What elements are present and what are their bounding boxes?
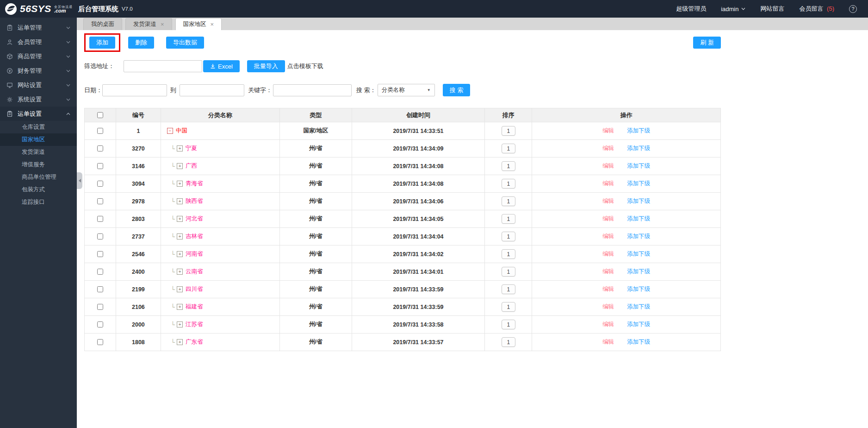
add-child-link[interactable]: 添加下级: [627, 303, 650, 311]
edit-link[interactable]: 编辑: [602, 250, 614, 258]
search-category-select[interactable]: 分类名称 ▼: [378, 84, 435, 96]
category-link[interactable]: 广东省: [186, 338, 203, 346]
sidebar-subitem-country-region[interactable]: 国家地区: [0, 133, 77, 146]
sort-badge[interactable]: 1: [502, 144, 515, 153]
tree-toggle-icon[interactable]: −: [167, 128, 173, 134]
row-checkbox[interactable]: [97, 233, 103, 239]
sidebar-item-member-management[interactable]: 会员管理: [0, 35, 77, 49]
tree-toggle-icon[interactable]: +: [177, 181, 183, 187]
edit-link[interactable]: 编辑: [602, 215, 614, 223]
category-link[interactable]: 河北省: [186, 215, 203, 223]
add-child-link[interactable]: 添加下级: [627, 233, 650, 240]
tree-toggle-icon[interactable]: +: [177, 339, 183, 345]
sidebar-item-waybill-settings[interactable]: 运单设置: [0, 107, 77, 121]
user-menu[interactable]: iadmin: [721, 6, 745, 13]
category-link[interactable]: 江苏省: [186, 321, 203, 328]
sidebar-item-product-management[interactable]: 商品管理: [0, 49, 77, 63]
close-icon[interactable]: ×: [211, 21, 214, 27]
tree-toggle-icon[interactable]: +: [177, 145, 183, 151]
delete-button[interactable]: 删除: [128, 37, 154, 49]
edit-link[interactable]: 编辑: [602, 268, 614, 276]
row-checkbox[interactable]: [97, 321, 103, 327]
tree-toggle-icon[interactable]: +: [177, 251, 183, 257]
export-data-button[interactable]: 导出数据: [166, 37, 204, 49]
tree-toggle-icon[interactable]: +: [177, 304, 183, 310]
template-download-link[interactable]: 点击模板下载: [287, 62, 323, 70]
category-link[interactable]: 吉林省: [186, 233, 203, 240]
date-to-input[interactable]: [180, 84, 244, 96]
sort-badge[interactable]: 1: [502, 302, 515, 312]
category-link[interactable]: 福建省: [186, 303, 203, 311]
row-checkbox[interactable]: [97, 198, 103, 204]
row-checkbox[interactable]: [97, 251, 103, 257]
category-link[interactable]: 广西: [186, 162, 197, 170]
row-checkbox[interactable]: [97, 145, 103, 151]
sidebar-subitem-tracking-interface[interactable]: 追踪接口: [0, 196, 77, 208]
tree-toggle-icon[interactable]: +: [177, 163, 183, 169]
row-checkbox[interactable]: [97, 181, 103, 187]
row-checkbox[interactable]: [97, 304, 103, 310]
category-link[interactable]: 河南省: [186, 250, 203, 258]
edit-link[interactable]: 编辑: [602, 321, 614, 328]
category-link[interactable]: 宁夏: [186, 145, 197, 152]
tree-toggle-icon[interactable]: +: [177, 286, 183, 292]
add-child-link[interactable]: 添加下级: [627, 197, 650, 205]
date-from-input[interactable]: [102, 84, 167, 96]
category-link[interactable]: 四川省: [186, 285, 203, 293]
add-child-link[interactable]: 添加下级: [627, 338, 650, 346]
add-child-link[interactable]: 添加下级: [627, 268, 650, 276]
sort-badge[interactable]: 1: [502, 249, 515, 259]
help-icon[interactable]: ?: [849, 5, 857, 13]
sort-badge[interactable]: 1: [502, 232, 515, 241]
sidebar-item-system-settings[interactable]: 系统设置: [0, 92, 77, 107]
add-child-link[interactable]: 添加下级: [627, 250, 650, 258]
tree-toggle-icon[interactable]: +: [177, 321, 183, 327]
add-child-link[interactable]: 添加下级: [627, 321, 650, 328]
excel-button[interactable]: Excel: [203, 60, 240, 72]
site-messages-link[interactable]: 网站留言: [760, 5, 784, 13]
edit-link[interactable]: 编辑: [602, 233, 614, 240]
sidebar-subitem-warehouse-settings[interactable]: 仓库设置: [0, 121, 77, 133]
keyword-input[interactable]: [273, 84, 352, 96]
sidebar-subitem-value-added-services[interactable]: 增值服务: [0, 158, 77, 171]
sort-badge[interactable]: 1: [502, 196, 515, 206]
edit-link[interactable]: 编辑: [602, 338, 614, 346]
sort-badge[interactable]: 1: [502, 126, 515, 136]
add-child-link[interactable]: 添加下级: [627, 145, 650, 152]
tree-toggle-icon[interactable]: +: [177, 216, 183, 222]
add-child-link[interactable]: 添加下级: [627, 127, 650, 135]
edit-link[interactable]: 编辑: [602, 197, 614, 205]
sort-badge[interactable]: 1: [502, 320, 515, 329]
sidebar-subitem-product-unit-management[interactable]: 商品单位管理: [0, 171, 77, 183]
tab-my-desktop[interactable]: 我的桌面: [83, 18, 122, 30]
tab-shipping-channel[interactable]: 发货渠道 ×: [125, 18, 172, 30]
row-checkbox[interactable]: [97, 339, 103, 345]
edit-link[interactable]: 编辑: [602, 145, 614, 152]
tab-country-region[interactable]: 国家地区 ×: [175, 18, 222, 30]
add-child-link[interactable]: 添加下级: [627, 162, 650, 170]
add-child-link[interactable]: 添加下级: [627, 215, 650, 223]
sidebar-item-finance-management[interactable]: 财务管理: [0, 63, 77, 78]
edit-link[interactable]: 编辑: [602, 180, 614, 188]
sort-badge[interactable]: 1: [502, 179, 515, 189]
category-link[interactable]: 陕西省: [186, 197, 203, 205]
tree-toggle-icon[interactable]: +: [177, 198, 183, 204]
edit-link[interactable]: 编辑: [602, 285, 614, 293]
sort-badge[interactable]: 1: [502, 337, 515, 347]
search-button[interactable]: 搜 索: [443, 84, 471, 96]
add-child-link[interactable]: 添加下级: [627, 180, 650, 188]
row-checkbox[interactable]: [97, 286, 103, 292]
add-button[interactable]: 添加: [89, 37, 115, 49]
sidebar-subitem-shipping-channel[interactable]: 发货渠道: [0, 146, 77, 158]
category-link[interactable]: 青海省: [186, 180, 203, 188]
category-link[interactable]: 云南省: [186, 268, 203, 276]
row-checkbox[interactable]: [97, 163, 103, 169]
refresh-button[interactable]: 刷 新: [693, 37, 721, 49]
member-messages-link[interactable]: 会员留言 (5): [799, 5, 834, 13]
add-child-link[interactable]: 添加下级: [627, 285, 650, 293]
sidebar-item-website-settings[interactable]: 网站设置: [0, 78, 77, 92]
sort-badge[interactable]: 1: [502, 214, 515, 224]
close-icon[interactable]: ×: [161, 21, 164, 27]
edit-link[interactable]: 编辑: [602, 303, 614, 311]
row-checkbox[interactable]: [97, 128, 103, 134]
